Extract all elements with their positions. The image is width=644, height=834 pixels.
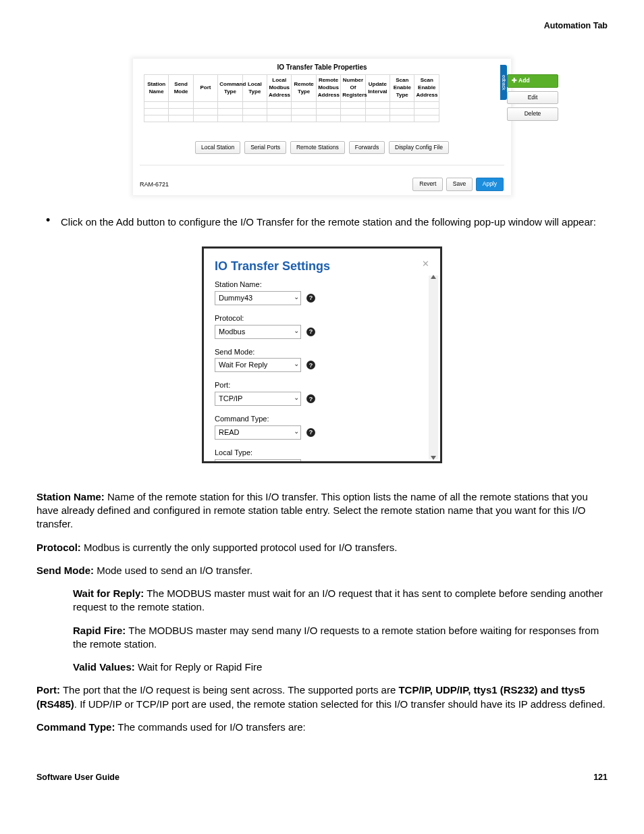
edit-button[interactable]: Edit <box>507 91 558 104</box>
scrollbar[interactable] <box>429 276 438 459</box>
footer-left: Software User Guide <box>36 772 119 783</box>
bullet-icon: • <box>46 215 50 225</box>
col-remote-type: Remote Type <box>292 75 316 101</box>
help-icon[interactable]: ? <box>306 328 315 336</box>
tab-remote-stations[interactable]: Remote Stations <box>290 141 345 154</box>
col-local-type: Local Type <box>242 75 267 101</box>
feedback-tab[interactable]: edback <box>500 65 507 100</box>
col-command-type: Command Type <box>218 75 242 101</box>
heading-send-mode: Send Mode: <box>36 565 94 576</box>
col-update-interval: Update Interval <box>365 75 390 101</box>
label-station-name: Station Name: <box>215 280 429 290</box>
tab-local-station[interactable]: Local Station <box>195 141 240 154</box>
label-local-type: Local Type: <box>215 448 429 458</box>
label-port: Port: <box>215 380 429 390</box>
instruction-bullet: • Click on the Add button to configure t… <box>36 215 608 229</box>
select-protocol[interactable]: Modbus <box>215 325 301 339</box>
col-number-of-registers: Number Of Registers <box>341 75 365 101</box>
heading-wait-for-reply: Wait for Reply: <box>73 588 144 599</box>
label-send-mode: Send Mode: <box>215 347 429 357</box>
heading-protocol: Protocol: <box>36 542 81 553</box>
col-send-mode: Send Mode <box>169 75 193 101</box>
page-header-right: Automation Tab <box>36 20 608 32</box>
table-row[interactable] <box>144 108 439 115</box>
apply-button[interactable]: Apply <box>476 178 504 190</box>
label-protocol: Protocol: <box>215 313 429 323</box>
heading-command-type: Command Type: <box>36 721 115 733</box>
heading-valid-values: Valid Values: <box>73 661 135 673</box>
help-icon[interactable]: ? <box>306 294 315 303</box>
io-transfer-settings-modal: IO Transfer Settings ✕ Station Name: Dum… <box>202 246 442 463</box>
col-port: Port <box>193 75 217 101</box>
help-icon[interactable]: ? <box>306 361 315 369</box>
label-command-type: Command Type: <box>215 414 429 424</box>
save-button[interactable]: Save <box>446 178 473 190</box>
select-station-name[interactable]: Dummy43 <box>215 291 301 305</box>
select-send-mode[interactable]: Wait For Reply <box>215 358 301 372</box>
col-scan-enable-type: Scan Enable Type <box>390 75 414 101</box>
plus-icon: ✚ <box>512 77 518 84</box>
page-footer: Software User Guide 121 <box>36 772 608 783</box>
tab-forwards[interactable]: Forwards <box>349 141 385 154</box>
panel-title: IO Transfer Table Properties <box>144 63 500 72</box>
close-icon[interactable]: ✕ <box>422 258 429 270</box>
io-transfer-table-panel: IO Transfer Table Properties edback Stat… <box>133 59 511 195</box>
heading-station-name: Station Name: <box>36 491 105 502</box>
model-label: RAM-6721 <box>140 180 169 188</box>
add-button[interactable]: ✚ Add <box>507 74 558 87</box>
select-port[interactable]: TCP/IP <box>215 392 301 406</box>
modal-title: IO Transfer Settings <box>215 258 330 274</box>
table-row[interactable] <box>144 115 439 122</box>
instruction-text: Click on the Add button to configure the… <box>61 216 596 228</box>
io-transfer-table: Station Name Send Mode Port Command Type… <box>144 74 439 122</box>
col-scan-enable-address: Scan Enable Address <box>414 75 439 101</box>
col-local-modbus-address: Local Modbus Address <box>267 75 292 101</box>
help-icon[interactable]: ? <box>306 394 315 403</box>
revert-button[interactable]: Revert <box>412 178 443 190</box>
footer-page-number: 121 <box>593 772 608 783</box>
select-local-type[interactable]: Discrete Input <box>215 459 301 461</box>
col-station-name: Station Name <box>144 75 169 101</box>
tab-serial-ports[interactable]: Serial Ports <box>244 141 286 154</box>
tab-display-config[interactable]: Display Config File <box>389 141 449 154</box>
description-section: Station Name: Name of the remote station… <box>36 490 608 734</box>
delete-button[interactable]: Delete <box>507 107 558 120</box>
help-icon[interactable]: ? <box>306 428 315 437</box>
heading-rapid-fire: Rapid Fire: <box>73 625 126 636</box>
heading-port: Port: <box>36 684 60 696</box>
col-remote-modbus-address: Remote Modbus Address <box>316 75 340 101</box>
select-command-type[interactable]: READ <box>215 425 301 440</box>
table-row[interactable] <box>144 101 439 108</box>
